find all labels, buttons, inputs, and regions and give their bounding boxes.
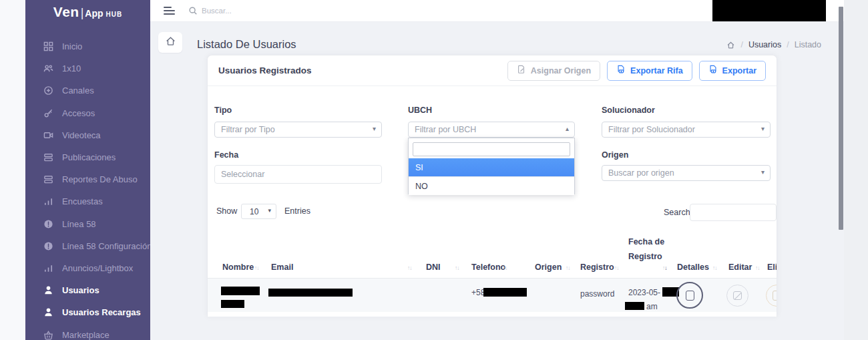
sort-icon-active[interactable] xyxy=(662,265,667,271)
col-header-email[interactable]: Email xyxy=(271,263,293,272)
editar-button[interactable] xyxy=(726,285,748,307)
col-header-fecha-de-registro[interactable]: Fecha de Registro xyxy=(628,234,668,264)
sidebar-item-usuarios[interactable]: Usuarios xyxy=(25,279,150,301)
detalles-button[interactable] xyxy=(676,282,703,309)
bar-chart-icon xyxy=(43,196,53,206)
sidebar-item-publicaciones[interactable]: Publicaciones xyxy=(25,146,150,168)
ubch-option-si[interactable]: SI xyxy=(409,158,574,176)
breadcrumb-home-icon[interactable] xyxy=(726,41,735,49)
fecha-registro-line2: am xyxy=(646,302,658,311)
col-header-detalles[interactable]: Detalles xyxy=(677,263,709,272)
basket-icon xyxy=(43,330,53,340)
page-right-margin xyxy=(844,0,868,340)
sort-icon[interactable] xyxy=(407,265,412,271)
sort-icon[interactable] xyxy=(755,265,760,271)
entries-label: Entries xyxy=(284,206,310,216)
card-title: Usuarios Registrados xyxy=(218,65,312,75)
sidebar-item-label: Usuarios xyxy=(62,285,99,295)
eliminar-button[interactable] xyxy=(766,285,777,307)
col-header-editar[interactable]: Editar xyxy=(728,263,752,272)
sidebar-item-usuarios-recargas[interactable]: Usuarios Recargas xyxy=(25,301,150,323)
col-header-telefono[interactable]: Telefono xyxy=(471,263,505,272)
sort-icon[interactable] xyxy=(712,265,717,271)
fecha-input[interactable] xyxy=(214,165,382,184)
home-button[interactable] xyxy=(158,32,182,53)
col-header-nombre[interactable]: Nombre xyxy=(222,263,254,272)
app-logo[interactable]: Ven|AppHUB xyxy=(25,4,150,20)
sidebar-item-label: Videoteca xyxy=(62,130,101,140)
breadcrumb-usuarios[interactable]: Usuarios xyxy=(748,40,781,49)
tipo-select[interactable]: Filtrar por Tipo xyxy=(214,122,382,138)
sidebar-item-canales[interactable]: Canales xyxy=(25,79,150,102)
exportar-button[interactable]: Exportar xyxy=(699,61,766,81)
registro-cell: password xyxy=(580,289,614,299)
alert-circle-icon xyxy=(43,219,53,229)
sidebar-item-label: 1x10 xyxy=(62,63,81,73)
sort-icon[interactable] xyxy=(455,265,459,271)
sidebar-item-marketplace[interactable]: Marketplace xyxy=(25,323,150,340)
redacted-user-info xyxy=(712,0,826,21)
export-icon xyxy=(708,65,718,76)
table-search-input[interactable] xyxy=(690,204,777,221)
sort-icon[interactable] xyxy=(254,265,259,271)
sidebar-item-label: Publicaciones xyxy=(62,152,116,162)
breadcrumb-listado: Listado xyxy=(795,40,821,49)
search-label: Search: xyxy=(664,208,692,217)
sort-icon[interactable] xyxy=(566,265,570,271)
user-icon xyxy=(43,307,53,317)
breadcrumb-separator: / xyxy=(787,40,789,49)
usuarios-registrados-card: Usuarios Registrados Asignar Origen Expo… xyxy=(207,55,777,317)
asignar-origen-button[interactable]: Asignar Origen xyxy=(507,61,600,81)
origen-select[interactable]: Buscar por origen xyxy=(602,165,771,181)
sidebar-item-label: Accesos xyxy=(62,108,95,118)
sort-icon[interactable] xyxy=(503,265,507,271)
col-header-registro[interactable]: Registro xyxy=(580,263,614,272)
exportar-rifa-button[interactable]: Exportar Rifa xyxy=(607,61,692,81)
sidebar-item-label: Línea 58 xyxy=(62,219,96,229)
col-header-origen[interactable]: Origen xyxy=(535,263,562,272)
alert-circle-icon xyxy=(43,241,53,251)
user-icon xyxy=(43,285,53,295)
sort-icon[interactable] xyxy=(614,265,619,271)
plus-circle-icon xyxy=(43,86,53,96)
sidebar-item-anuncios-lightbox[interactable]: Anuncios/Lightbox xyxy=(25,257,150,279)
topbar xyxy=(150,0,844,22)
edit-icon xyxy=(733,291,742,300)
redacted-nombre-line1 xyxy=(221,287,260,295)
sidebar-item-label: Marketplace xyxy=(62,330,110,340)
sidebar-item-videoteca[interactable]: Videoteca xyxy=(25,124,150,146)
sidebar-item-linea-58[interactable]: Línea 58 xyxy=(25,213,150,235)
col-header-eliminar[interactable]: Eliminar xyxy=(767,263,777,272)
ubch-option-no[interactable]: NO xyxy=(409,176,574,195)
sidebar-item-inicio[interactable]: Inicio xyxy=(25,35,150,57)
page-size-select[interactable]: 10 xyxy=(241,204,276,219)
col-header-dni[interactable]: DNI xyxy=(426,263,441,272)
sidebar: Ven|AppHUB Inicio 1x10 Canales Accesos V… xyxy=(25,0,150,340)
stacked-list-icon xyxy=(43,174,53,184)
tipo-label: Tipo xyxy=(214,106,232,115)
redacted-email xyxy=(268,289,353,297)
redacted-telefono xyxy=(483,288,527,297)
ubch-label: UBCH xyxy=(408,106,432,115)
menu-toggle-icon[interactable] xyxy=(164,6,176,15)
solucionador-select[interactable]: Filtrar por Solucionador xyxy=(602,122,771,138)
sidebar-item-reportes-de-abuso[interactable]: Reportes De Abuso xyxy=(25,168,150,190)
ubch-dropdown-search-input[interactable] xyxy=(413,142,570,156)
show-label: Show xyxy=(216,206,237,216)
vertical-scrollbar[interactable] xyxy=(839,7,843,230)
ubch-select[interactable]: Filtrar por UBCH xyxy=(408,122,575,138)
delete-icon xyxy=(773,291,777,301)
bar-chart-icon xyxy=(43,263,53,273)
sidebar-item-1x10[interactable]: 1x10 xyxy=(25,57,150,79)
sidebar-item-label: Línea 58 Configuración xyxy=(62,241,150,251)
sidebar-item-label: Usuarios Recargas xyxy=(62,307,141,317)
sidebar-item-encuestas[interactable]: Encuestas xyxy=(25,190,150,212)
solucionador-label: Solucionador xyxy=(602,106,655,115)
dashboard-icon xyxy=(43,41,53,51)
global-search-input[interactable] xyxy=(202,4,349,17)
sidebar-item-label: Inicio xyxy=(62,41,82,51)
sidebar-item-accesos[interactable]: Accesos xyxy=(25,102,150,124)
sidebar-item-linea-58-configuracion[interactable]: Línea 58 Configuración xyxy=(25,235,150,257)
fecha-label: Fecha xyxy=(214,150,238,160)
key-icon xyxy=(43,108,53,118)
